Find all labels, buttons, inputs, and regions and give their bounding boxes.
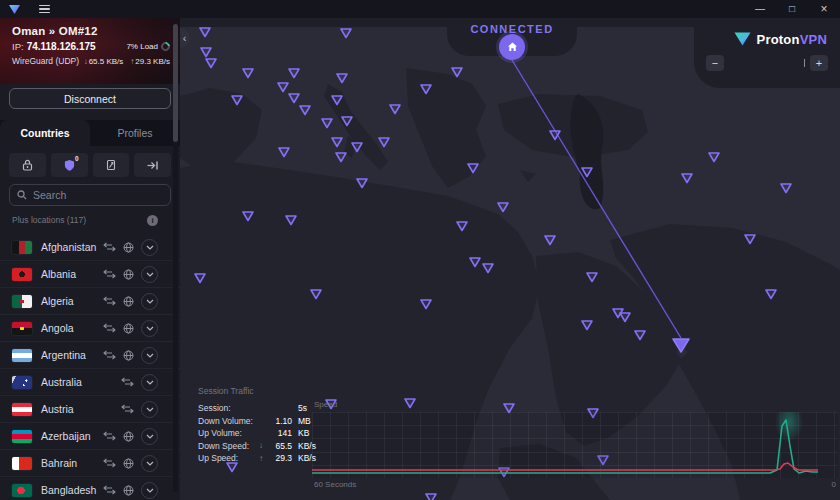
country-row-austria[interactable]: Austria (0, 396, 180, 423)
expand-country-button[interactable] (141, 266, 158, 283)
kill-switch-button[interactable] (93, 153, 130, 177)
expand-country-button[interactable] (141, 320, 158, 337)
location-pin[interactable] (200, 28, 210, 37)
expand-country-button[interactable] (141, 239, 158, 256)
search-input[interactable] (33, 189, 153, 201)
expand-country-button[interactable] (141, 401, 158, 418)
expand-country-button[interactable] (141, 455, 158, 472)
location-pin[interactable] (337, 74, 347, 83)
location-pin[interactable] (195, 274, 205, 283)
zoom-in-button[interactable]: + (810, 55, 828, 71)
location-pin[interactable] (206, 59, 216, 68)
info-icon[interactable]: i (147, 215, 158, 226)
country-row-argentina[interactable]: Argentina (0, 342, 180, 369)
location-pin[interactable] (421, 300, 431, 309)
location-pin[interactable] (709, 153, 719, 162)
country-row-bahrain[interactable]: Bahrain (0, 450, 180, 477)
location-pin[interactable] (587, 273, 597, 282)
location-pin[interactable] (470, 258, 480, 267)
location-pin[interactable] (457, 222, 467, 231)
location-pin[interactable] (468, 164, 478, 173)
location-pin[interactable] (352, 143, 362, 152)
location-pin[interactable] (452, 68, 462, 77)
location-pin[interactable] (336, 153, 346, 162)
plus-locations-label: Plus locations (117) (12, 215, 86, 225)
zoom-slider-handle[interactable] (804, 59, 806, 67)
close-button[interactable]: × (808, 0, 840, 18)
expand-country-button[interactable] (141, 428, 158, 445)
country-row-bangladesh[interactable]: Bangladesh (0, 477, 180, 500)
country-name: Austria (41, 403, 74, 415)
location-pin[interactable] (582, 321, 592, 330)
location-pin[interactable] (483, 264, 493, 273)
home-icon (507, 42, 518, 52)
port-forwarding-button[interactable] (134, 153, 171, 177)
country-row-angola[interactable]: Angola (0, 315, 180, 342)
connected-location-pin[interactable] (673, 339, 689, 352)
location-pin[interactable] (332, 96, 342, 105)
scrollbar-thumb[interactable] (173, 24, 178, 142)
country-row-azerbaijan[interactable]: Azerbaijan (0, 423, 180, 450)
location-pin[interactable] (635, 331, 645, 340)
location-pin[interactable] (766, 290, 776, 299)
session-stat-row: Session:5s (198, 402, 328, 415)
home-location-pin[interactable] (499, 34, 525, 60)
minimize-button[interactable]: — (744, 0, 776, 18)
location-pin[interactable] (322, 119, 332, 128)
country-row-algeria[interactable]: Algeria (0, 288, 180, 315)
tab-profiles[interactable]: Profiles (90, 120, 180, 146)
stat-label: Up Speed: (198, 453, 256, 463)
location-pin[interactable] (620, 313, 630, 322)
country-row-australia[interactable]: Australia (0, 369, 180, 396)
location-pin[interactable] (421, 85, 431, 94)
location-pin[interactable] (286, 216, 296, 225)
expand-country-button[interactable] (141, 482, 158, 499)
p2p-icon (103, 269, 116, 279)
expand-country-button[interactable] (141, 374, 158, 391)
location-pin[interactable] (278, 83, 288, 92)
location-pin[interactable] (341, 29, 351, 38)
zoom-out-button[interactable]: − (706, 55, 724, 71)
location-pin[interactable] (300, 106, 310, 115)
streaming-globe-icon (123, 458, 134, 469)
maximize-button[interactable]: □ (776, 0, 808, 18)
location-pin[interactable] (232, 96, 242, 105)
session-stat-row: Down Volume:1.10MB (198, 415, 328, 428)
location-pin[interactable] (243, 69, 253, 78)
menu-icon[interactable] (39, 5, 50, 14)
upload-speed-line (312, 463, 818, 470)
location-pin[interactable] (357, 179, 367, 188)
connection-header: Oman » OM#12 IP: 74.118.126.175 7% Load … (0, 18, 180, 84)
streaming-globe-icon (123, 269, 134, 280)
netshield-button[interactable]: 0 (51, 153, 88, 177)
location-pin[interactable] (545, 236, 555, 245)
location-pin[interactable] (289, 94, 299, 103)
location-pin[interactable] (498, 203, 508, 212)
chevron-down-icon (146, 245, 154, 250)
location-pin[interactable] (342, 117, 352, 126)
search-box[interactable] (9, 184, 171, 206)
location-pin[interactable] (379, 138, 389, 147)
disconnect-button[interactable]: Disconnect (9, 88, 171, 109)
streaming-globe-icon (123, 323, 134, 334)
sidebar-tabs: Countries Profiles (0, 120, 180, 146)
location-pin[interactable] (311, 290, 321, 299)
expand-country-button[interactable] (141, 293, 158, 310)
expand-country-button[interactable] (141, 347, 158, 364)
location-pin[interactable] (289, 69, 299, 78)
country-row-afghanistan[interactable]: Afghanistan (0, 234, 180, 261)
location-pin[interactable] (332, 138, 342, 147)
speed-graph-title: Speed (314, 400, 838, 409)
location-pin[interactable] (745, 235, 755, 244)
location-pin[interactable] (781, 184, 791, 193)
location-pin[interactable] (682, 174, 692, 183)
country-row-albania[interactable]: Albania (0, 261, 180, 288)
location-pin[interactable] (582, 168, 592, 177)
location-pin[interactable] (243, 212, 253, 221)
location-pin[interactable] (201, 48, 211, 57)
secure-core-button[interactable] (9, 153, 46, 177)
tab-countries[interactable]: Countries (0, 120, 90, 146)
location-pin[interactable] (279, 148, 289, 157)
location-pin[interactable] (390, 105, 400, 114)
chevron-down-icon (146, 380, 154, 385)
